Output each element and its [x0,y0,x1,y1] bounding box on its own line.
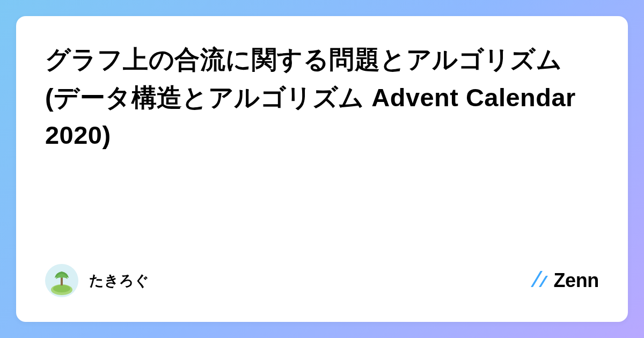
brand-name: Zenn [553,269,599,292]
zenn-logo-icon [530,270,549,291]
brand-logo: Zenn [530,269,599,292]
article-title: グラフ上の合流に関する問題とアルゴリズム (データ構造とアルゴリズム Adven… [45,41,599,155]
card-footer: たきろぐ Zenn [45,264,599,297]
svg-point-2 [53,285,70,292]
author-block: たきろぐ [45,264,149,297]
og-card: グラフ上の合流に関する問題とアルゴリズム (データ構造とアルゴリズム Adven… [16,16,628,322]
author-avatar [45,264,78,297]
author-name: たきろぐ [89,271,149,290]
